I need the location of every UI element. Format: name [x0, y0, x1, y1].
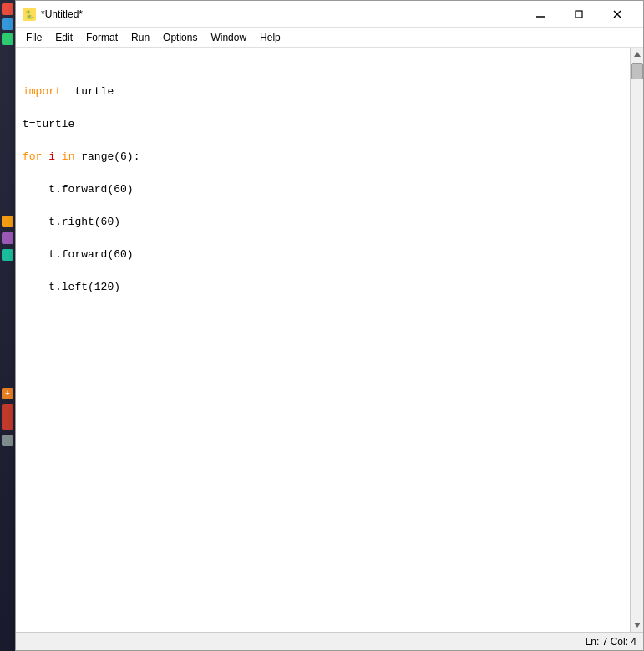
scroll-down-button[interactable]	[631, 618, 643, 632]
scrollbar-right[interactable]	[630, 48, 643, 632]
var-i: i	[48, 150, 55, 163]
keyword-import: import	[23, 85, 62, 98]
scroll-up-button[interactable]	[631, 48, 643, 61]
cursor-position: Ln: 7 Col: 4	[586, 636, 636, 648]
taskbar-icon-5[interactable]	[2, 232, 13, 244]
code-content: import turtle t=turtle for i in range(6)…	[23, 84, 623, 296]
svg-marker-6	[634, 52, 641, 57]
svg-text:🐍: 🐍	[24, 9, 35, 20]
taskbar-icon-3[interactable]	[2, 33, 13, 45]
code-line-5: t.right(60)	[23, 214, 623, 231]
editor-container: import turtle t=turtle for i in range(6)…	[16, 48, 643, 632]
keyword-in: in	[62, 150, 75, 163]
taskbar-icon-4[interactable]	[2, 216, 13, 227]
menu-file[interactable]: File	[19, 28, 48, 47]
code-line-7: t.left(120)	[23, 279, 623, 296]
app-icon: 🐍	[23, 8, 36, 21]
menu-run[interactable]: Run	[124, 28, 156, 47]
svg-marker-7	[634, 623, 641, 628]
title-bar-controls	[521, 1, 636, 28]
taskbar-icon-7[interactable]	[2, 404, 13, 430]
idle-window: 🐍 *Untitled* File Edit Format Run Option…	[15, 0, 644, 651]
menu-help[interactable]: Help	[253, 28, 287, 47]
code-line-6: t.forward(60)	[23, 247, 623, 263]
minimize-button[interactable]	[521, 1, 560, 28]
code-line-1: import turtle	[23, 84, 623, 100]
taskbar-icon-add[interactable]: +	[2, 388, 13, 399]
maximize-button[interactable]	[560, 1, 598, 28]
title-bar: 🐍 *Untitled*	[16, 1, 643, 28]
menu-bar: File Edit Format Run Options Window Help	[16, 28, 643, 48]
taskbar-left: +	[0, 0, 15, 651]
code-editor[interactable]: import turtle t=turtle for i in range(6)…	[16, 48, 630, 632]
menu-edit[interactable]: Edit	[48, 28, 79, 47]
code-line-3: for i in range(6):	[23, 149, 623, 165]
status-bar: Ln: 7 Col: 4	[16, 632, 643, 650]
taskbar-icon-6[interactable]	[2, 249, 13, 261]
taskbar-icon-1[interactable]	[2, 3, 13, 15]
close-button[interactable]	[598, 1, 636, 28]
window-title: *Untitled*	[41, 8, 521, 20]
menu-options[interactable]: Options	[156, 28, 204, 47]
code-line-4: t.forward(60)	[23, 181, 623, 198]
menu-format[interactable]: Format	[79, 28, 124, 47]
scroll-thumb[interactable]	[631, 63, 643, 79]
scrollbar-track[interactable]	[631, 61, 643, 618]
svg-rect-3	[576, 11, 582, 18]
code-line-2: t=turtle	[23, 116, 623, 133]
menu-window[interactable]: Window	[204, 28, 253, 47]
taskbar-icon-2[interactable]	[2, 18, 13, 30]
keyword-for: for	[23, 150, 42, 163]
taskbar-icon-8[interactable]	[2, 435, 13, 446]
